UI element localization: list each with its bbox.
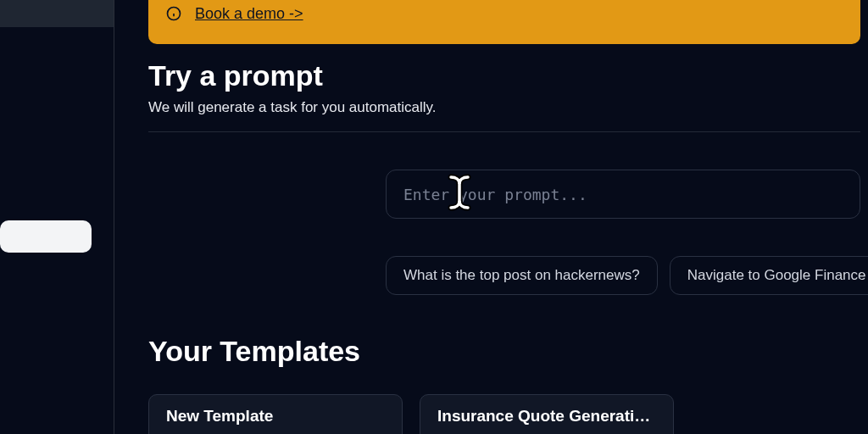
prompt-section-subtitle: We will generate a task for you automati… [148,99,868,116]
suggestion-chip-hackernews[interactable]: What is the top post on hackernews? [386,256,658,295]
suggestion-chip-google-finance[interactable]: Navigate to Google Finance a [670,256,868,295]
template-card-insurance[interactable]: Insurance Quote Generation… [420,394,674,434]
prompt-input-container [386,170,860,219]
sidebar-active-item[interactable] [0,220,92,253]
demo-banner: Book a demo -> [148,0,860,44]
prompt-section: Try a prompt We will generate a task for… [148,59,868,132]
templates-section: Your Templates [148,335,868,368]
prompt-section-title: Try a prompt [148,59,868,92]
prompt-input[interactable] [386,170,860,219]
sidebar-top-block [0,0,114,27]
template-card-list: New Template Insurance Quote Generation… [148,394,674,434]
book-demo-link[interactable]: Book a demo -> [195,5,303,23]
template-card-title: Insurance Quote Generation… [437,407,656,426]
sidebar [0,0,114,434]
templates-section-title: Your Templates [148,335,868,368]
template-card-title: New Template [166,407,385,426]
section-divider [148,131,860,132]
template-card-new[interactable]: New Template [148,394,403,434]
info-icon [165,5,182,22]
prompt-suggestions: What is the top post on hackernews? Navi… [386,256,868,295]
